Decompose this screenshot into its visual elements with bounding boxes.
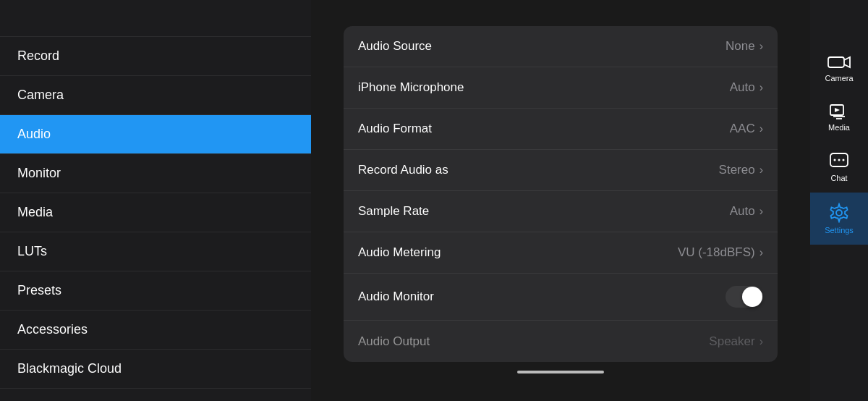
settings-row-value-audio-monitor [726, 286, 763, 308]
settings-icon [829, 203, 849, 223]
settings-row-record-audio-as[interactable]: Record Audio asStereo› [344, 150, 778, 191]
settings-row-label-audio-source: Audio Source [358, 39, 432, 54]
value-text-audio-output: Speaker [709, 334, 754, 349]
camera-icon [827, 54, 851, 71]
iconbar-item-settings[interactable]: Settings [810, 193, 868, 245]
sidebar-title [0, 14, 311, 36]
sidebar-item-camera[interactable]: Camera [0, 75, 311, 114]
sidebar-item-monitor[interactable]: Monitor [0, 153, 311, 193]
settings-row-value-iphone-microphone: Auto› [730, 80, 763, 95]
settings-row-value-audio-source: None› [726, 39, 763, 54]
value-text-audio-metering: VU (-18dBFS) [678, 245, 755, 260]
settings-panel: Audio SourceNone›iPhone MicrophoneAuto›A… [344, 26, 778, 362]
svg-point-8 [843, 159, 845, 161]
settings-row-label-sample-rate: Sample Rate [358, 204, 429, 219]
settings-row-value-audio-output: Speaker› [709, 334, 763, 349]
scroll-indicator [517, 371, 604, 373]
iconbar-label-settings: Settings [825, 226, 854, 235]
sidebar-item-presets[interactable]: Presets [0, 271, 311, 310]
settings-row-iphone-microphone[interactable]: iPhone MicrophoneAuto› [344, 67, 778, 109]
settings-row-audio-output: Audio OutputSpeaker› [344, 321, 778, 362]
chevron-icon-audio-format: › [760, 122, 763, 135]
settings-row-label-audio-output: Audio Output [358, 334, 430, 349]
sidebar: RecordCameraAudioMonitorMediaLUTsPresets… [0, 0, 311, 401]
sidebar-item-media[interactable]: Media [0, 193, 311, 232]
settings-row-audio-monitor[interactable]: Audio Monitor [344, 274, 778, 321]
chat-icon [829, 152, 849, 171]
settings-row-audio-metering[interactable]: Audio MeteringVU (-18dBFS)› [344, 232, 778, 274]
iconbar-item-chat[interactable]: Chat [810, 142, 868, 193]
value-text-audio-format: AAC [730, 122, 755, 136]
chevron-icon-audio-output: › [760, 335, 763, 348]
toggle-knob-audio-monitor [742, 287, 762, 307]
settings-row-label-audio-monitor: Audio Monitor [358, 290, 434, 304]
svg-point-9 [836, 210, 842, 216]
toggle-audio-monitor[interactable] [726, 286, 763, 308]
media-icon [829, 103, 849, 120]
chevron-icon-sample-rate: › [760, 205, 763, 218]
settings-row-value-audio-metering: VU (-18dBFS)› [678, 245, 763, 260]
iconbar-item-media[interactable]: Media [810, 93, 868, 142]
value-text-record-audio-as: Stereo [719, 163, 755, 177]
settings-row-sample-rate[interactable]: Sample RateAuto› [344, 191, 778, 232]
sidebar-item-blackmagic-cloud[interactable]: Blackmagic Cloud [0, 349, 311, 389]
chevron-icon-audio-metering: › [760, 246, 763, 259]
sidebar-item-accessories[interactable]: Accessories [0, 310, 311, 349]
settings-row-label-record-audio-as: Record Audio as [358, 163, 448, 177]
settings-row-value-sample-rate: Auto› [730, 204, 763, 219]
svg-marker-2 [835, 108, 840, 112]
settings-row-label-audio-metering: Audio Metering [358, 245, 441, 260]
chevron-icon-record-audio-as: › [760, 164, 763, 177]
icon-bar: Camera Media Chat Settings [810, 0, 868, 401]
value-text-audio-source: None [726, 39, 755, 54]
chevron-icon-iphone-microphone: › [760, 81, 763, 94]
value-text-iphone-microphone: Auto [730, 80, 755, 95]
settings-row-value-record-audio-as: Stereo› [719, 163, 763, 177]
settings-row-label-audio-format: Audio Format [358, 122, 432, 136]
value-text-sample-rate: Auto [730, 204, 755, 219]
settings-row-audio-source[interactable]: Audio SourceNone› [344, 26, 778, 67]
settings-row-label-iphone-microphone: iPhone Microphone [358, 80, 464, 95]
iconbar-label-media: Media [828, 123, 850, 132]
main-content: Audio SourceNone›iPhone MicrophoneAuto›A… [311, 0, 810, 401]
sidebar-item-audio[interactable]: Audio [0, 114, 311, 153]
svg-rect-0 [828, 57, 844, 67]
iconbar-label-chat: Chat [830, 174, 847, 182]
svg-point-7 [838, 159, 841, 161]
chevron-icon-audio-source: › [760, 40, 763, 53]
settings-row-audio-format[interactable]: Audio FormatAAC› [344, 109, 778, 150]
iconbar-item-camera[interactable]: Camera [810, 43, 868, 93]
sidebar-item-luts[interactable]: LUTs [0, 232, 311, 271]
svg-point-6 [834, 159, 836, 161]
settings-row-value-audio-format: AAC› [730, 122, 763, 136]
iconbar-label-camera: Camera [825, 74, 853, 83]
sidebar-item-record[interactable]: Record [0, 36, 311, 75]
